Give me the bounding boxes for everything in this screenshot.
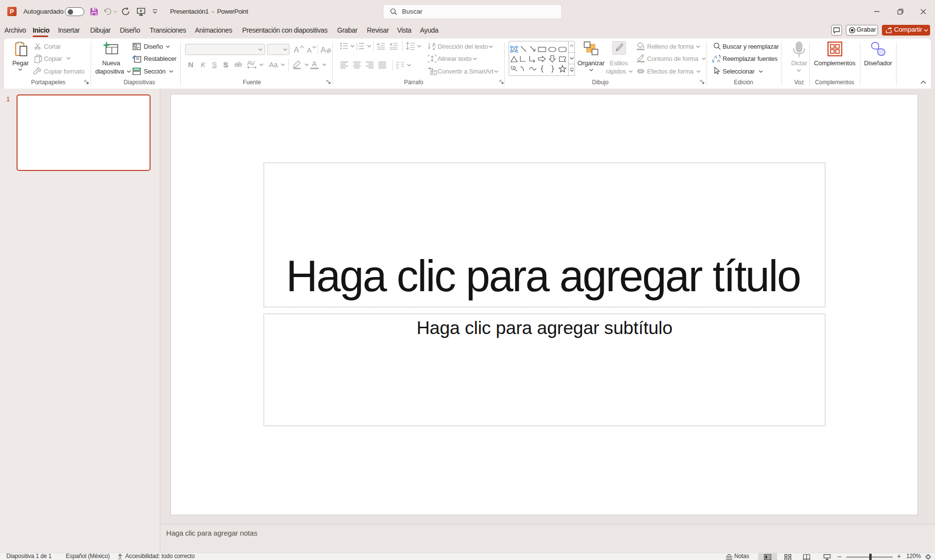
svg-text:A: A xyxy=(307,46,312,54)
svg-text:P: P xyxy=(10,8,14,15)
svg-text:3: 3 xyxy=(356,48,358,51)
svg-text:A: A xyxy=(294,46,299,54)
svg-text:A: A xyxy=(717,58,720,63)
svg-text:A: A xyxy=(321,46,326,54)
svg-text:A: A xyxy=(513,47,515,52)
